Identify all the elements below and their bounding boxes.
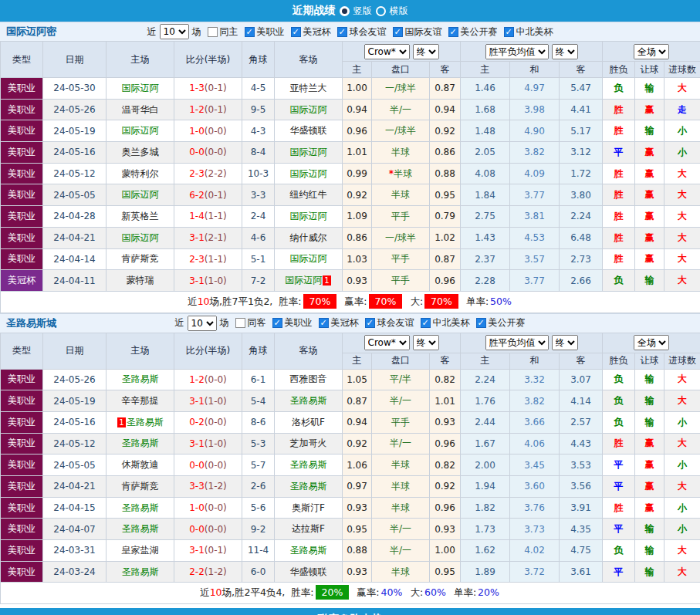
match-row: 美职业24-04-21肯萨斯竞3-3(1-2)2-6圣路易斯0.97半球0.92…	[1, 476, 700, 498]
header-row-groups: 类型日期主场比分(半场)角球客场Crow*终胜平负均值终全场	[1, 42, 700, 62]
avg-select[interactable]: 胜平负均值	[485, 335, 549, 350]
cell-crow-away: 0.95	[430, 184, 461, 206]
avg-final-select[interactable]: 终	[552, 335, 578, 350]
cell-avg-home: 1.67	[461, 433, 510, 454]
league-checkbox-3[interactable]	[365, 318, 375, 328]
odds-company-select[interactable]: Crow*	[364, 44, 410, 59]
home-team-link[interactable]: 皇家盐湖	[122, 545, 159, 556]
away-team-link[interactable]: 华盛顿联	[290, 125, 327, 136]
home-team-link[interactable]: 肯萨斯竞	[122, 481, 159, 492]
away-team-link[interactable]: 华盛顿联	[290, 566, 327, 577]
home-team-link[interactable]: 圣路易斯	[127, 417, 164, 427]
league-checkbox-4[interactable]	[393, 27, 403, 37]
home-team-link[interactable]: 肯萨斯竞	[122, 253, 159, 264]
cell-handicap: 平手	[372, 411, 430, 433]
team-title[interactable]: 国际迈阿密	[6, 25, 56, 39]
odds-final-select[interactable]: 终	[413, 335, 439, 350]
same-venue-checkbox[interactable]	[208, 27, 218, 37]
fulltime-score: 1-2	[189, 104, 205, 115]
cell-date: 24-05-26	[43, 99, 107, 120]
home-team-link[interactable]: 国际迈阿	[122, 83, 159, 93]
home-team-link[interactable]: 休斯敦迪	[122, 459, 159, 470]
away-team-link[interactable]: 国际迈阿	[290, 253, 327, 264]
col-handicap: 盘口	[372, 62, 430, 78]
league-checkbox-2[interactable]	[291, 27, 301, 37]
away-team-link[interactable]: 国际迈阿	[290, 211, 327, 221]
away-team-link[interactable]: 圣路易斯	[290, 459, 327, 470]
away-team-link[interactable]: 国际迈阿	[290, 147, 327, 157]
scope-select[interactable]: 全场	[634, 44, 669, 59]
col-crow-away: 客	[430, 62, 461, 78]
avg-select[interactable]: 胜平负均值	[485, 44, 549, 59]
away-team-link[interactable]: 圣路易斯	[290, 395, 327, 406]
cell-home: 国际迈阿	[107, 120, 174, 142]
summary-stat-value: 20%	[316, 585, 350, 600]
match-row: 美职业24-04-15圣路易斯1-0(0-0)5-6奥斯汀F0.93半球0.96…	[1, 497, 700, 519]
avg-final-select[interactable]: 终	[552, 44, 578, 59]
odds-company-select[interactable]: Crow*	[364, 335, 410, 350]
vertical-layout-label[interactable]: 竖版	[353, 5, 372, 18]
cell-away: 奥斯汀F	[275, 497, 343, 519]
away-team-link[interactable]: 国际迈阿	[290, 168, 327, 179]
league-checkbox-6[interactable]	[504, 27, 514, 37]
cell-date: 24-04-11	[43, 270, 107, 292]
away-team-link[interactable]: 纳什威尔	[290, 232, 327, 243]
match-row: 美职业24-05-26温哥华白1-2(0-1)9-5国际迈阿0.94半/一0.9…	[1, 99, 700, 120]
horizontal-layout-radio[interactable]	[376, 6, 386, 16]
cell-avg-home: 1.46	[461, 78, 510, 100]
cell-avg-home: 4.08	[461, 163, 510, 184]
league-checkbox-3[interactable]	[337, 27, 347, 37]
cell-goals-result: 小	[664, 142, 700, 164]
horizontal-layout-label[interactable]: 横版	[390, 5, 408, 18]
col-home: 主场	[107, 42, 174, 78]
league-checkbox-1[interactable]	[245, 27, 255, 37]
home-team-link[interactable]: 温哥华白	[122, 104, 159, 115]
away-team-link[interactable]: 国际迈阿	[290, 104, 327, 115]
odds-final-select[interactable]: 终	[413, 44, 439, 59]
home-team-link[interactable]: 圣路易斯	[122, 566, 159, 577]
home-team-link[interactable]: 圣路易斯	[122, 438, 159, 448]
games-count-select[interactable]: 10	[160, 24, 189, 39]
away-team-link[interactable]: 西雅图音	[290, 373, 327, 384]
league-checkbox-4[interactable]	[421, 318, 431, 328]
league-checkbox-1[interactable]	[272, 318, 282, 328]
home-team-link[interactable]: 国际迈阿	[122, 125, 159, 136]
away-team-link[interactable]: 芝加哥火	[290, 438, 327, 448]
odds-group-header: Crow*终	[343, 333, 461, 353]
away-team-link[interactable]: 达拉斯F	[292, 523, 325, 534]
away-team-link[interactable]: 圣路易斯	[290, 545, 327, 556]
cell-crow-away: 0.82	[430, 454, 461, 476]
away-team-link[interactable]: 奥斯汀F	[292, 502, 325, 513]
team-title[interactable]: 圣路易斯城	[6, 316, 56, 330]
home-team-link[interactable]: 新英格兰	[122, 211, 159, 221]
away-team-link[interactable]: 亚特兰大	[290, 83, 327, 93]
home-team-link[interactable]: 奥兰多城	[122, 147, 159, 157]
home-team-link[interactable]: 蒙特利尔	[122, 168, 159, 179]
col-score-half: 比分(半场)	[174, 42, 242, 78]
cell-result: 负	[603, 78, 635, 100]
home-team-link[interactable]: 圣路易斯	[122, 373, 159, 384]
handicap-text: 半/一	[390, 545, 411, 556]
home-team-link[interactable]: 国际迈阿	[122, 189, 159, 200]
cell-crow-away: 0.92	[430, 120, 461, 142]
home-team-link[interactable]: 圣路易斯	[122, 502, 159, 513]
same-venue-checkbox[interactable]	[235, 318, 245, 328]
cell-crow-home: 0.94	[343, 411, 372, 433]
away-team-link[interactable]: 洛杉矶F	[292, 417, 325, 427]
away-team-link[interactable]: 国际迈阿	[285, 275, 322, 286]
home-team-link[interactable]: 辛辛那提	[122, 395, 159, 406]
scope-select[interactable]: 全场	[634, 335, 669, 350]
home-team-link[interactable]: 国际迈阿	[122, 232, 159, 243]
cell-corner: 9-5	[242, 99, 275, 120]
league-checkbox-2[interactable]	[319, 318, 329, 328]
vertical-layout-radio[interactable]	[340, 6, 350, 16]
league-checkbox-5[interactable]	[448, 27, 458, 37]
handicap-text: 一/球半	[385, 232, 416, 243]
odds-group-header: Crow*终	[343, 42, 461, 62]
away-team-link[interactable]: 圣路易斯	[290, 481, 327, 492]
league-checkbox-5[interactable]	[476, 318, 486, 328]
home-team-link[interactable]: 圣路易斯	[122, 523, 159, 534]
home-team-link[interactable]: 蒙特瑞	[127, 275, 154, 286]
away-team-link[interactable]: 纽约红牛	[290, 189, 327, 200]
games-count-select[interactable]: 10	[188, 316, 217, 331]
